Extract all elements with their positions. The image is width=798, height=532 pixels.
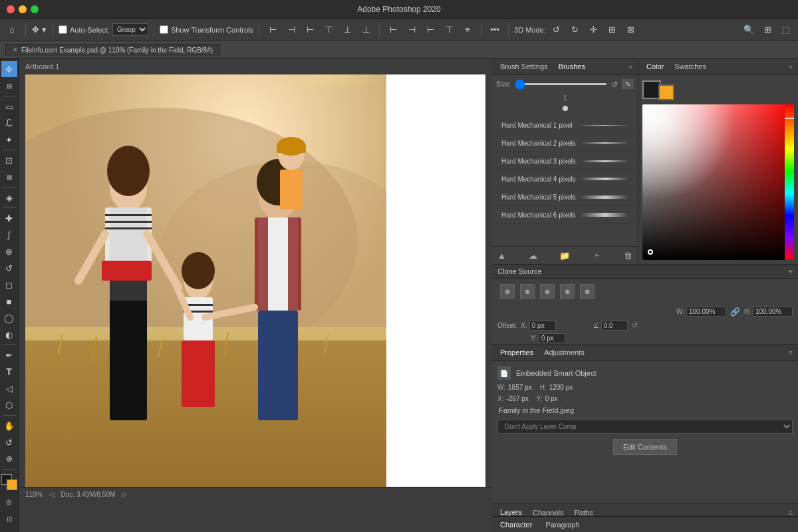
maximize-button[interactable] xyxy=(31,5,39,13)
clone-flip-icon[interactable]: ↺ xyxy=(632,321,638,330)
brush-new-group-btn[interactable]: ▲ xyxy=(497,251,506,261)
path-selection-tool[interactable]: ◁ xyxy=(1,380,17,396)
clone-source-4[interactable]: ⊕ xyxy=(560,284,575,299)
brush-size-slider[interactable] xyxy=(515,83,607,85)
3d-pan-button[interactable]: ✛ xyxy=(586,22,602,38)
zoom-tool[interactable]: ⊕ xyxy=(1,451,17,467)
search-button[interactable]: 🔍 xyxy=(741,22,757,38)
clone-source-1[interactable]: ⊕ xyxy=(500,284,515,299)
distribute-center-button[interactable]: ⊣ xyxy=(404,22,420,38)
properties-tab[interactable]: Properties xyxy=(497,347,536,358)
marquee-tool[interactable]: ▭ xyxy=(1,98,17,114)
clone-panel-menu[interactable]: ≡ xyxy=(789,267,793,275)
brush-item[interactable]: Hard Mechanical 5 pixels xyxy=(496,188,634,206)
distribute-vertical-button[interactable]: ⊤ xyxy=(441,22,457,38)
gradient-tool[interactable]: ■ xyxy=(1,293,17,309)
clone-y-input[interactable] xyxy=(539,333,565,343)
lasso-tool[interactable]: ℒ xyxy=(1,115,17,131)
close-button[interactable] xyxy=(7,5,15,13)
distribute-right-button[interactable]: ⊢ xyxy=(422,22,438,38)
brush-item[interactable]: Hard Mechanical 2 pixels xyxy=(496,134,634,152)
clone-x-input[interactable] xyxy=(529,321,556,331)
brush-folder-btn[interactable]: 📁 xyxy=(559,251,570,261)
clone-source-3[interactable]: ⊕ xyxy=(540,284,555,299)
brush-edit-button[interactable]: ✎ xyxy=(622,79,634,89)
3d-scale-button[interactable]: ⊠ xyxy=(623,22,639,38)
brush-settings-tab[interactable]: Brush Settings xyxy=(497,61,551,72)
document-tab[interactable]: ✕ FileInfo.com Example.psd @ 110% (Famil… xyxy=(5,44,220,56)
frame-tool[interactable]: ⊠ xyxy=(1,169,17,185)
shape-tool[interactable]: ⬡ xyxy=(1,397,17,413)
healing-tool[interactable]: ✚ xyxy=(1,210,17,226)
clone-angle-input[interactable] xyxy=(601,321,628,331)
character-tab[interactable]: Character xyxy=(497,519,535,530)
pen-tool[interactable]: ✒ xyxy=(1,347,17,363)
crop-tool[interactable]: ⊡ xyxy=(1,152,17,168)
adjustments-tab[interactable]: Adjustments xyxy=(541,347,587,358)
3d-roll-button[interactable]: ↻ xyxy=(567,22,583,38)
background-swatch[interactable] xyxy=(658,84,674,100)
3d-slide-button[interactable]: ⊞ xyxy=(604,22,620,38)
clone-link-icon[interactable]: 🔗 xyxy=(730,307,740,317)
eyedropper-tool[interactable]: ◈ xyxy=(1,190,17,205)
layer-comp-dropdown[interactable]: Don't Apply Layer Comp xyxy=(497,420,793,434)
show-transform-checkbox[interactable] xyxy=(160,25,168,34)
brush-cloud-btn[interactable]: ☁ xyxy=(529,251,537,261)
brush-item[interactable]: Hard Mechanical 3 pixels xyxy=(496,152,634,170)
text-tool[interactable]: T xyxy=(1,364,17,380)
blur-tool[interactable]: ◯ xyxy=(1,310,17,326)
minimize-button[interactable] xyxy=(19,5,27,13)
home-button[interactable]: ⌂ xyxy=(4,22,20,38)
3d-rotate-button[interactable]: ↺ xyxy=(549,22,565,38)
clone-h-input[interactable] xyxy=(753,307,793,317)
clone-stamp-tool[interactable]: ⊕ xyxy=(1,243,17,259)
nav-left-icon[interactable]: ◁ xyxy=(49,491,55,498)
workspace-button[interactable]: ⊞ xyxy=(759,22,775,38)
auto-select-checkbox[interactable] xyxy=(59,25,67,34)
distribute-left-button[interactable]: ⊢ xyxy=(385,22,401,38)
color-spectrum-bar[interactable] xyxy=(785,104,794,260)
align-center-h-button[interactable]: ⊣ xyxy=(283,22,299,38)
brush-item[interactable]: Hard Mechanical 4 pixels xyxy=(496,170,634,188)
hand-tool[interactable]: ✋ xyxy=(1,418,17,434)
properties-menu[interactable]: ≡ xyxy=(789,348,793,356)
tab-close-icon[interactable]: ✕ xyxy=(13,47,18,53)
more-options-button[interactable]: ••• xyxy=(487,22,503,38)
clone-w-input[interactable] xyxy=(686,307,726,317)
edit-contents-button[interactable]: Edit Contents xyxy=(613,439,677,455)
color-panel-menu[interactable]: » xyxy=(789,63,793,70)
arrange-button[interactable]: ⬚ xyxy=(778,22,794,38)
align-right-button[interactable]: ⊢ xyxy=(302,22,318,38)
swatches-tab[interactable]: Swatches xyxy=(672,61,709,72)
move-tool-options[interactable]: ✥ ▾ xyxy=(31,22,47,38)
color-tab[interactable]: Color xyxy=(644,61,666,72)
dodge-tool[interactable]: ◐ xyxy=(1,327,17,342)
color-picker-area[interactable] xyxy=(642,104,794,260)
artboard-tool[interactable]: ⊞ xyxy=(1,78,17,94)
brush-panel-collapse[interactable]: » xyxy=(628,63,632,70)
brush-item[interactable]: Hard Mechanical 1 pixel xyxy=(496,116,634,134)
quick-mask-button[interactable]: ◎ xyxy=(1,493,17,509)
move-tool[interactable]: ✥ xyxy=(1,61,17,77)
align-left-button[interactable]: ⊢ xyxy=(265,22,281,38)
brush-delete-btn[interactable]: 🗑 xyxy=(624,251,632,261)
history-brush-tool[interactable]: ↺ xyxy=(1,260,17,276)
nav-right-icon[interactable]: ▷ xyxy=(122,491,127,498)
align-top-button[interactable]: ⊤ xyxy=(321,22,336,38)
brushes-tab[interactable]: Brushes xyxy=(556,61,588,72)
color-gradient-field[interactable] xyxy=(642,104,794,260)
auto-select-group-dropdown[interactable]: Group Layer xyxy=(112,23,148,36)
distribute-h-button[interactable]: ≡ xyxy=(460,22,475,38)
eraser-tool[interactable]: ◻ xyxy=(1,277,17,293)
brush-add-btn[interactable]: ＋ xyxy=(593,249,601,261)
magic-wand-tool[interactable]: ✦ xyxy=(1,132,17,148)
brush-tool[interactable]: ∫ xyxy=(1,227,17,243)
paragraph-tab[interactable]: Paragraph xyxy=(543,519,582,530)
clone-source-2[interactable]: ⊕ xyxy=(520,284,535,299)
align-center-v-button[interactable]: ⊥ xyxy=(339,22,355,38)
screen-mode-button[interactable]: ⊡ xyxy=(1,511,17,527)
background-color-swatch[interactable] xyxy=(7,479,17,490)
clone-source-5[interactable]: ⊕ xyxy=(580,284,595,299)
rotate-view-tool[interactable]: ↺ xyxy=(1,434,17,450)
brush-reset-icon[interactable]: ↺ xyxy=(611,80,618,89)
